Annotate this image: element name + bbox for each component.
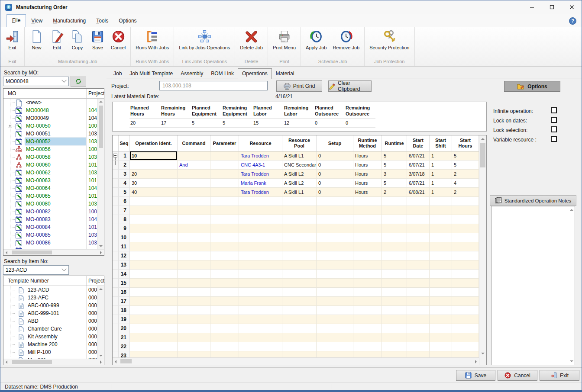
cancel-button[interactable]: Cancel <box>498 370 537 381</box>
mo-tree-row[interactable]: MO-00065101 <box>3 192 97 200</box>
scrollbar-thumb[interactable] <box>480 143 485 167</box>
ribbon-button-exit[interactable]: Exit <box>2 29 23 51</box>
grid-cell[interactable] <box>430 197 452 206</box>
grid-cell[interactable] <box>130 279 178 288</box>
grid-cell[interactable] <box>407 270 430 279</box>
minimize-button[interactable] <box>522 0 542 14</box>
grid-column-header-start-shift[interactable]: Start Shift <box>430 135 452 151</box>
exit-button[interactable]: Exit <box>540 370 579 381</box>
grid-cell[interactable] <box>178 288 210 297</box>
grid-cell[interactable]: 6/08/21 <box>407 188 430 197</box>
grid-cell[interactable] <box>353 351 382 357</box>
grid-cell[interactable]: 5 <box>452 161 479 170</box>
scroll-right-icon[interactable] <box>100 251 102 254</box>
checkbox-unchecked[interactable] <box>551 136 557 142</box>
grid-cell[interactable] <box>452 224 479 233</box>
grid-cell[interactable] <box>382 224 407 233</box>
grid-cell[interactable]: 3/07/18 <box>407 170 430 179</box>
grid-cell[interactable] <box>130 197 178 206</box>
grid-cell[interactable] <box>382 342 407 351</box>
grid-cell[interactable] <box>239 206 282 215</box>
grid-cell[interactable] <box>239 288 282 297</box>
grid-cell[interactable] <box>452 333 479 342</box>
grid-cell[interactable]: 0 <box>317 170 353 179</box>
scroll-right-icon[interactable] <box>475 360 477 363</box>
grid-cell[interactable] <box>452 242 479 251</box>
grid-cell[interactable] <box>282 288 317 297</box>
grid-seq-cell[interactable]: 4 <box>119 179 130 188</box>
grid-cell[interactable] <box>452 215 479 224</box>
ribbon-button-apply-job[interactable]: Apply Job <box>303 29 330 51</box>
grid-cell[interactable] <box>382 315 407 324</box>
grid-seq-cell[interactable]: 5 <box>119 188 130 197</box>
scroll-left-icon[interactable] <box>6 251 7 254</box>
grid-cell[interactable] <box>210 279 239 288</box>
ribbon-button-edit[interactable]: Edit <box>47 29 67 51</box>
grid-cell[interactable]: 30 <box>130 179 178 188</box>
grid-cell[interactable] <box>430 233 452 242</box>
grid-cell[interactable] <box>430 206 452 215</box>
scroll-down-icon[interactable] <box>99 245 103 247</box>
grid-cell[interactable] <box>452 306 479 315</box>
grid-cell[interactable] <box>282 270 317 279</box>
grid-cell[interactable] <box>317 197 353 206</box>
grid-cell[interactable] <box>407 224 430 233</box>
mo-tree-row[interactable]: MO-00062103 <box>3 169 97 177</box>
grid-cell[interactable] <box>210 188 239 197</box>
grid-seq-cell[interactable]: 20 <box>119 324 130 333</box>
ribbon-button-new[interactable]: New <box>26 29 47 51</box>
search-item-combobox[interactable]: 123-ACD <box>3 265 69 275</box>
grid-cell[interactable] <box>239 333 282 342</box>
grid-cell[interactable]: Hours <box>353 151 382 161</box>
grid-cell[interactable]: Hours <box>353 170 382 179</box>
tab-operations[interactable]: Operations <box>238 68 272 79</box>
notes-textarea[interactable] <box>491 206 575 365</box>
grid-cell[interactable] <box>130 351 178 357</box>
grid-cell[interactable] <box>178 188 210 197</box>
grid-seq-cell[interactable]: 19 <box>119 315 130 324</box>
grid-cell[interactable] <box>407 306 430 315</box>
grid-cell[interactable] <box>317 342 353 351</box>
grid-cell[interactable] <box>407 197 430 206</box>
scrollbar-thumb[interactable] <box>12 251 52 254</box>
checkbox-unchecked[interactable] <box>551 117 557 123</box>
menu-item-file[interactable]: File <box>6 14 26 27</box>
grid-cell[interactable] <box>210 306 239 315</box>
grid-cell[interactable] <box>239 324 282 333</box>
grid-cell[interactable] <box>282 306 317 315</box>
grid-cell[interactable] <box>430 224 452 233</box>
grid-cell[interactable] <box>178 224 210 233</box>
grid-cell[interactable]: And <box>178 161 210 170</box>
scroll-down-icon[interactable] <box>570 360 573 362</box>
grid-cell[interactable] <box>130 315 178 324</box>
maximize-button[interactable] <box>542 0 562 14</box>
grid-cell[interactable] <box>178 260 210 270</box>
mo-tree-row[interactable]: MO00048104 <box>3 106 97 114</box>
mo-tree-row[interactable]: MO-00060101 <box>3 161 97 169</box>
mo-tree-row[interactable]: MO-00064104 <box>3 184 97 192</box>
grid-cell[interactable] <box>130 270 178 279</box>
grid-cell[interactable] <box>178 251 210 260</box>
close-button[interactable] <box>562 0 582 14</box>
grid-cell[interactable]: 40 <box>130 188 178 197</box>
grid-seq-cell[interactable]: 13 <box>119 260 130 270</box>
grid-cell[interactable]: CNC 4A3-1 <box>239 161 282 170</box>
grid-cell[interactable]: A Skill L2 <box>282 179 317 188</box>
grid-cell[interactable] <box>178 151 210 161</box>
template-row[interactable]: Mill P-100000 <box>3 348 97 356</box>
grid-cell[interactable] <box>178 215 210 224</box>
grid-cell[interactable]: Tara Trodden <box>239 188 282 197</box>
grid-cell[interactable] <box>178 270 210 279</box>
grid-cell[interactable] <box>353 324 382 333</box>
mo-tree-row[interactable]: MO-00051103 <box>3 130 97 138</box>
mo-tree-horizontal-scrollbar[interactable] <box>3 249 104 255</box>
ribbon-button-security-protection[interactable]: Security Protection <box>366 29 412 51</box>
grid-cell[interactable] <box>210 197 239 206</box>
tab-job-multi-template[interactable]: Job Multi Template <box>126 69 177 79</box>
grid-cell[interactable] <box>452 279 479 288</box>
grid-seq-cell[interactable]: 8 <box>119 215 130 224</box>
grid-cell[interactable] <box>430 297 452 306</box>
grid-cell[interactable] <box>353 270 382 279</box>
grid-cell[interactable]: 6/07/21 <box>407 179 430 188</box>
grid-cell[interactable] <box>430 251 452 260</box>
